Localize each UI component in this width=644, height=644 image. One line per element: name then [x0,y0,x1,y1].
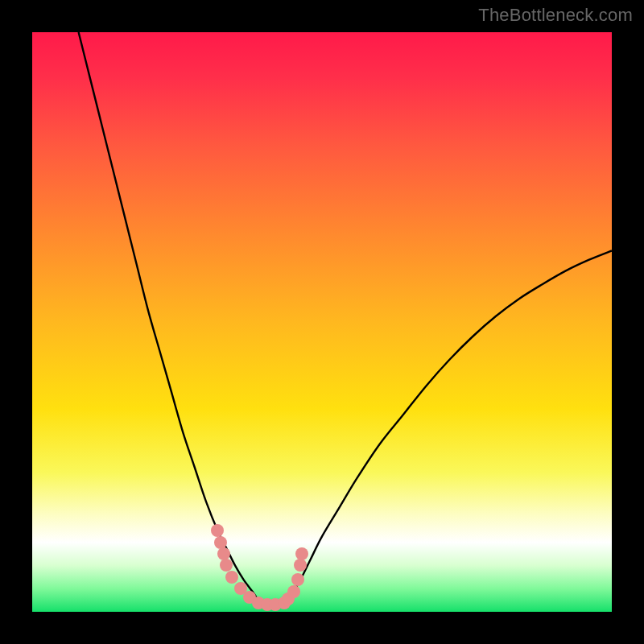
plot-area [32,32,612,612]
valley-marker [214,536,227,549]
valley-marker [211,524,224,537]
left-curve-path [79,32,258,601]
valley-marker [294,559,307,572]
valley-marker [295,547,308,560]
valley-marker [225,571,238,584]
curves-layer [32,32,612,612]
valley-marker [287,585,300,598]
watermark-text: TheBottleneck.com [478,5,633,26]
right-curve-path [287,250,612,600]
valley-marker [217,547,230,560]
valley-marker [291,573,304,586]
